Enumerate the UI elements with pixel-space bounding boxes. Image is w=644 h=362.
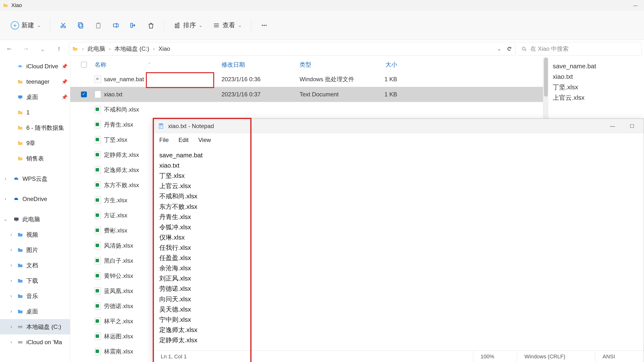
forward-button[interactable]: →	[19, 42, 33, 56]
file-date: 2023/1/16 0:36	[222, 76, 300, 83]
sidebar-item[interactable]: 9章	[0, 136, 70, 151]
row-checkbox[interactable]	[81, 137, 87, 143]
col-size[interactable]: 大小	[366, 61, 404, 68]
row-checkbox[interactable]	[81, 228, 87, 234]
sidebar-item[interactable]: 1	[0, 105, 70, 120]
file-name: 费彬.xlsx	[104, 226, 127, 234]
notepad-status-bar: Ln 1, Col 1 100% Windows (CRLF) ANSI	[154, 350, 644, 362]
breadcrumb-part[interactable]: 此电脑	[88, 45, 105, 53]
details-line: save_name.bat	[553, 61, 640, 72]
notepad-menu-view[interactable]: View	[198, 136, 211, 144]
search-box[interactable]: 在 Xiao 中搜索	[517, 42, 642, 56]
row-checkbox[interactable]	[81, 197, 87, 203]
row-checkbox[interactable]	[81, 182, 87, 188]
row-checkbox[interactable]	[81, 76, 87, 82]
row-checkbox[interactable]	[81, 348, 87, 354]
row-checkbox[interactable]	[81, 273, 87, 279]
col-name[interactable]: 名称 ˄	[95, 61, 222, 68]
sidebar-item[interactable]: teenager📌	[0, 74, 70, 89]
file-name: 东方不败.xlsx	[104, 181, 139, 189]
row-checkbox[interactable]	[81, 318, 87, 324]
sort-button[interactable]: 排序 ⌄	[170, 18, 206, 32]
sidebar-item[interactable]: ›WPS云盘	[0, 171, 70, 186]
recent-button[interactable]: ⌄	[36, 42, 49, 56]
row-checkbox[interactable]	[81, 243, 87, 248]
row-checkbox[interactable]	[81, 122, 87, 128]
notepad-maximize[interactable]: ☐	[624, 120, 640, 132]
row-checkbox[interactable]	[81, 167, 87, 173]
row-checkbox[interactable]	[81, 152, 87, 158]
sidebar-icon	[17, 340, 24, 345]
sidebar-item[interactable]: ›iCloud on 'Ma	[0, 334, 70, 350]
refresh-icon[interactable]	[506, 46, 512, 52]
notepad-window[interactable]: xiao.txt - Notepad — ☐ File Edit View sa…	[154, 118, 644, 362]
xlsx-icon	[95, 121, 101, 128]
row-checkbox[interactable]	[81, 258, 87, 264]
sidebar-item[interactable]: ›音乐	[0, 288, 70, 304]
column-headers: 名称 ˄ 修改日期 类型 大小	[70, 58, 543, 72]
sidebar-item[interactable]: 销售表	[0, 151, 70, 166]
breadcrumb-part[interactable]: 本地磁盘 (C:)	[114, 45, 149, 53]
notepad-menu-file[interactable]: File	[159, 136, 169, 144]
back-button[interactable]: ←	[2, 42, 16, 56]
trash-icon	[147, 22, 155, 29]
sidebar-label: 下载	[26, 277, 38, 285]
notepad-title-bar[interactable]: xiao.txt - Notepad — ☐	[154, 119, 644, 134]
notepad-menu-edit[interactable]: Edit	[178, 136, 188, 144]
sidebar-label: 图片	[26, 246, 38, 254]
breadcrumb-part[interactable]: Xiao	[158, 45, 170, 52]
sidebar-item[interactable]: ›OneDrive	[0, 191, 70, 206]
chevron-icon: ›	[8, 309, 14, 314]
col-type[interactable]: 类型	[300, 61, 366, 68]
sidebar-icon	[17, 110, 24, 115]
sidebar-item[interactable]: ›图片	[0, 242, 70, 258]
file-row[interactable]: save_name.bat 2023/1/16 0:36 Windows 批处理…	[70, 72, 543, 87]
sidebar-label: 6 - 随书数据集	[26, 124, 64, 132]
minimize-button[interactable]: —	[627, 0, 644, 11]
row-checkbox[interactable]	[81, 212, 87, 218]
new-button[interactable]: + 新建 ⌄	[7, 18, 45, 32]
sidebar-item[interactable]: 桌面📌	[0, 89, 70, 105]
file-name: 黑白子.xlsx	[104, 257, 133, 265]
sidebar-item[interactable]: ›本地磁盘 (C:)	[0, 319, 70, 334]
cut-button[interactable]	[56, 19, 71, 32]
sidebar-item[interactable]: ›文档	[0, 258, 70, 273]
col-date[interactable]: 修改日期	[222, 61, 300, 68]
chevron-right-icon: ›	[109, 46, 110, 52]
sidebar-item[interactable]: ⌄此电脑	[0, 212, 70, 227]
row-checkbox[interactable]	[81, 334, 87, 339]
chevron-down-icon[interactable]: ⌄	[497, 46, 501, 52]
breadcrumb[interactable]: › 此电脑 › 本地磁盘 (C:) › Xiao ⌄	[69, 42, 516, 56]
view-button[interactable]: 查看 ⌄	[209, 18, 246, 32]
file-name: 林震南.xlsx	[104, 348, 133, 356]
row-checkbox[interactable]	[81, 303, 87, 309]
file-name: 林远图.xlsx	[104, 332, 133, 340]
delete-button[interactable]	[144, 19, 158, 32]
explorer-title-bar: Xiao —	[0, 0, 644, 11]
sidebar-icon	[17, 278, 24, 284]
notepad-body[interactable]: save_name.bat xiao.txt 丁坚.xlsx 上官云.xlsx …	[154, 146, 644, 350]
file-row[interactable]: 不戒和尚.xlsx	[70, 102, 543, 117]
row-checkbox[interactable]	[81, 92, 87, 97]
row-checkbox[interactable]	[81, 106, 87, 112]
file-row[interactable]: xiao.txt 2023/1/16 0:37 Text Document 1 …	[70, 87, 543, 102]
sort-icon	[174, 22, 181, 29]
up-button[interactable]: ↑	[52, 42, 66, 56]
sidebar-item[interactable]: ›下载	[0, 273, 70, 288]
sidebar-item[interactable]: ›桌面	[0, 304, 70, 319]
more-button[interactable]	[256, 19, 272, 32]
sidebar-icon	[17, 263, 24, 268]
chevron-down-icon: ⌄	[238, 23, 242, 28]
file-name: 丹青生.xlsx	[104, 121, 133, 128]
scrollbar-thumb[interactable]	[544, 58, 548, 96]
select-all-checkbox[interactable]	[81, 62, 87, 68]
sidebar-item[interactable]: 6 - 随书数据集	[0, 120, 70, 136]
sidebar-item[interactable]: iCloud Drive📌	[0, 58, 70, 74]
row-checkbox[interactable]	[81, 288, 87, 294]
copy-button[interactable]	[73, 19, 88, 32]
notepad-minimize[interactable]: —	[605, 120, 620, 132]
sidebar-item[interactable]: ›视频	[0, 227, 70, 242]
rename-button[interactable]	[108, 19, 124, 32]
share-button[interactable]	[126, 19, 141, 32]
paste-button[interactable]	[91, 19, 106, 32]
